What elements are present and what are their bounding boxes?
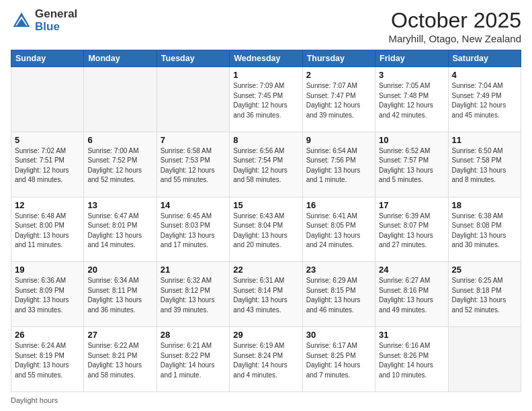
- day-cell: 7Sunrise: 6:58 AM Sunset: 7:53 PM Daylig…: [157, 132, 229, 197]
- day-cell: 18Sunrise: 6:38 AM Sunset: 8:08 PM Dayli…: [448, 197, 521, 262]
- day-number: 7: [161, 135, 226, 145]
- day-info: Sunrise: 6:24 AM Sunset: 8:19 PM Dayligh…: [15, 341, 80, 380]
- day-info: Sunrise: 6:43 AM Sunset: 8:04 PM Dayligh…: [233, 212, 298, 250]
- day-number: 6: [87, 135, 152, 145]
- day-cell: 4Sunrise: 7:04 AM Sunset: 7:49 PM Daylig…: [448, 67, 521, 132]
- day-cell: 26Sunrise: 6:24 AM Sunset: 8:19 PM Dayli…: [11, 327, 84, 392]
- day-info: Sunrise: 6:19 AM Sunset: 8:24 PM Dayligh…: [233, 341, 298, 380]
- day-info: Sunrise: 6:17 AM Sunset: 8:25 PM Dayligh…: [306, 341, 371, 380]
- day-info: Sunrise: 6:31 AM Sunset: 8:14 PM Dayligh…: [233, 276, 298, 315]
- day-cell: [448, 327, 521, 392]
- day-cell: 5Sunrise: 7:02 AM Sunset: 7:51 PM Daylig…: [11, 132, 84, 197]
- day-cell: 6Sunrise: 7:00 AM Sunset: 7:52 PM Daylig…: [84, 132, 157, 197]
- day-number: 25: [452, 265, 517, 275]
- day-cell: [11, 67, 84, 132]
- header-cell-sunday: Sunday: [11, 50, 84, 67]
- day-number: 4: [452, 70, 517, 80]
- day-number: 9: [306, 135, 371, 145]
- header-cell-thursday: Thursday: [302, 50, 375, 67]
- day-info: Sunrise: 6:34 AM Sunset: 8:11 PM Dayligh…: [87, 276, 152, 315]
- day-number: 2: [306, 70, 371, 80]
- day-cell: 29Sunrise: 6:19 AM Sunset: 8:24 PM Dayli…: [230, 327, 302, 392]
- day-cell: 21Sunrise: 6:32 AM Sunset: 8:12 PM Dayli…: [157, 262, 229, 327]
- location: Maryhill, Otago, New Zealand: [388, 33, 521, 44]
- day-cell: 9Sunrise: 6:54 AM Sunset: 7:56 PM Daylig…: [302, 132, 375, 197]
- day-number: 15: [233, 200, 298, 210]
- day-number: 10: [379, 135, 444, 145]
- footer: Daylight hours: [11, 396, 521, 404]
- day-number: 17: [379, 200, 444, 210]
- week-row-1: 1Sunrise: 7:09 AM Sunset: 7:45 PM Daylig…: [11, 67, 521, 132]
- logo-icon: [11, 10, 32, 32]
- day-cell: 15Sunrise: 6:43 AM Sunset: 8:04 PM Dayli…: [230, 197, 302, 262]
- day-number: 30: [306, 330, 371, 340]
- header-cell-tuesday: Tuesday: [157, 50, 229, 67]
- day-cell: 19Sunrise: 6:36 AM Sunset: 8:09 PM Dayli…: [11, 262, 84, 327]
- calendar-table: SundayMondayTuesdayWednesdayThursdayFrid…: [11, 50, 521, 392]
- day-cell: 22Sunrise: 6:31 AM Sunset: 8:14 PM Dayli…: [230, 262, 302, 327]
- header: General Blue October 2025 Maryhill, Otag…: [11, 8, 521, 44]
- day-cell: 24Sunrise: 6:27 AM Sunset: 8:16 PM Dayli…: [375, 262, 448, 327]
- day-info: Sunrise: 6:27 AM Sunset: 8:16 PM Dayligh…: [379, 276, 444, 315]
- day-info: Sunrise: 7:04 AM Sunset: 7:49 PM Dayligh…: [452, 81, 517, 120]
- day-number: 8: [233, 135, 298, 145]
- header-cell-monday: Monday: [84, 50, 157, 67]
- day-cell: 1Sunrise: 7:09 AM Sunset: 7:45 PM Daylig…: [230, 67, 302, 132]
- logo-general-text: General: [35, 8, 77, 21]
- header-cell-wednesday: Wednesday: [230, 50, 302, 67]
- week-row-3: 12Sunrise: 6:48 AM Sunset: 8:00 PM Dayli…: [11, 197, 521, 262]
- day-info: Sunrise: 6:52 AM Sunset: 7:57 PM Dayligh…: [379, 146, 444, 185]
- calendar-header: SundayMondayTuesdayWednesdayThursdayFrid…: [11, 50, 521, 67]
- day-cell: 28Sunrise: 6:21 AM Sunset: 8:22 PM Dayli…: [157, 327, 229, 392]
- day-number: 14: [161, 200, 226, 210]
- day-info: Sunrise: 6:16 AM Sunset: 8:26 PM Dayligh…: [379, 341, 444, 380]
- header-cell-friday: Friday: [375, 50, 448, 67]
- day-info: Sunrise: 7:07 AM Sunset: 7:47 PM Dayligh…: [306, 81, 371, 120]
- day-cell: 11Sunrise: 6:50 AM Sunset: 7:58 PM Dayli…: [448, 132, 521, 197]
- day-number: 18: [452, 200, 517, 210]
- day-cell: 8Sunrise: 6:56 AM Sunset: 7:54 PM Daylig…: [230, 132, 302, 197]
- day-info: Sunrise: 6:25 AM Sunset: 8:18 PM Dayligh…: [452, 276, 517, 315]
- header-cell-saturday: Saturday: [448, 50, 521, 67]
- day-info: Sunrise: 6:45 AM Sunset: 8:03 PM Dayligh…: [161, 212, 226, 250]
- week-row-4: 19Sunrise: 6:36 AM Sunset: 8:09 PM Dayli…: [11, 262, 521, 327]
- day-number: 19: [15, 265, 80, 275]
- day-info: Sunrise: 7:05 AM Sunset: 7:48 PM Dayligh…: [379, 81, 444, 120]
- day-info: Sunrise: 6:56 AM Sunset: 7:54 PM Dayligh…: [233, 146, 298, 185]
- day-info: Sunrise: 6:29 AM Sunset: 8:15 PM Dayligh…: [306, 276, 371, 315]
- day-info: Sunrise: 7:09 AM Sunset: 7:45 PM Dayligh…: [233, 81, 298, 120]
- day-info: Sunrise: 6:21 AM Sunset: 8:22 PM Dayligh…: [161, 341, 226, 380]
- day-number: 12: [15, 200, 80, 210]
- header-row: SundayMondayTuesdayWednesdayThursdayFrid…: [11, 50, 521, 67]
- day-cell: 10Sunrise: 6:52 AM Sunset: 7:57 PM Dayli…: [375, 132, 448, 197]
- week-row-5: 26Sunrise: 6:24 AM Sunset: 8:19 PM Dayli…: [11, 327, 521, 392]
- page: General Blue October 2025 Maryhill, Otag…: [0, 0, 532, 411]
- day-info: Sunrise: 6:54 AM Sunset: 7:56 PM Dayligh…: [306, 146, 371, 185]
- day-info: Sunrise: 6:47 AM Sunset: 8:01 PM Dayligh…: [87, 212, 152, 250]
- day-cell: 20Sunrise: 6:34 AM Sunset: 8:11 PM Dayli…: [84, 262, 157, 327]
- day-info: Sunrise: 7:00 AM Sunset: 7:52 PM Dayligh…: [87, 146, 152, 185]
- day-number: 3: [379, 70, 444, 80]
- day-number: 24: [379, 265, 444, 275]
- day-number: 26: [15, 330, 80, 340]
- day-cell: 14Sunrise: 6:45 AM Sunset: 8:03 PM Dayli…: [157, 197, 229, 262]
- logo: General Blue: [11, 8, 77, 33]
- day-cell: [84, 67, 157, 132]
- logo-blue-text: Blue: [35, 21, 77, 34]
- logo-text: General Blue: [35, 8, 77, 33]
- day-cell: 2Sunrise: 7:07 AM Sunset: 7:47 PM Daylig…: [302, 67, 375, 132]
- day-number: 11: [452, 135, 517, 145]
- day-cell: 27Sunrise: 6:22 AM Sunset: 8:21 PM Dayli…: [84, 327, 157, 392]
- day-number: 16: [306, 200, 371, 210]
- day-cell: 13Sunrise: 6:47 AM Sunset: 8:01 PM Dayli…: [84, 197, 157, 262]
- day-number: 13: [87, 200, 152, 210]
- day-cell: 25Sunrise: 6:25 AM Sunset: 8:18 PM Dayli…: [448, 262, 521, 327]
- day-cell: 12Sunrise: 6:48 AM Sunset: 8:00 PM Dayli…: [11, 197, 84, 262]
- daylight-label: Daylight hours: [11, 396, 58, 404]
- day-number: 29: [233, 330, 298, 340]
- day-info: Sunrise: 6:50 AM Sunset: 7:58 PM Dayligh…: [452, 146, 517, 185]
- day-cell: 16Sunrise: 6:41 AM Sunset: 8:05 PM Dayli…: [302, 197, 375, 262]
- day-info: Sunrise: 6:39 AM Sunset: 8:07 PM Dayligh…: [379, 212, 444, 250]
- month-title: October 2025: [388, 8, 521, 33]
- day-number: 27: [87, 330, 152, 340]
